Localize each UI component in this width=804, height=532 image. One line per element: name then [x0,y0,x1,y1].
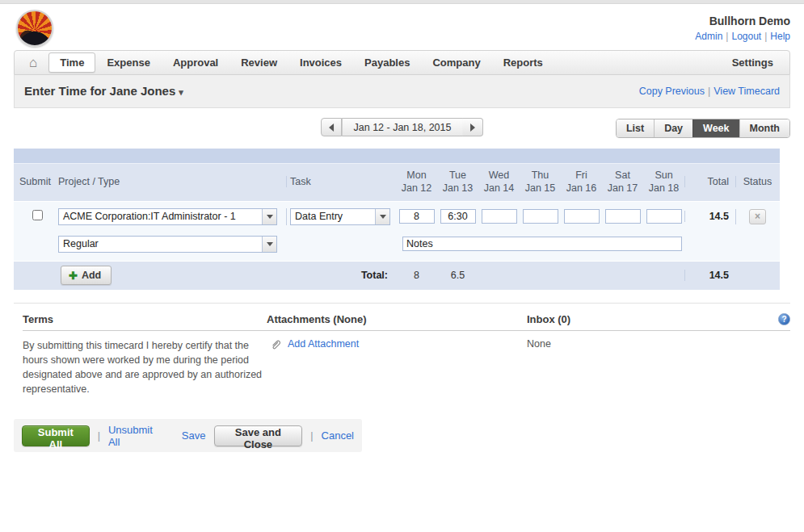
row-total: 14.5 [684,211,735,222]
day-total [643,269,684,282]
view-list-button[interactable]: List [617,119,654,137]
unsubmit-all-link[interactable]: Unsubmit All [108,424,159,448]
rate-type-select-value: Regular [59,238,262,249]
home-icon[interactable]: ⌂ [29,56,37,69]
submit-all-button[interactable]: Submit All [22,425,90,446]
day-total [561,269,602,282]
view-switcher: List Day Week Month [616,119,790,138]
day-headers: MonJan 12 TueJan 13 WedJan 14 ThuJan 15 … [396,169,684,195]
tab-reports[interactable]: Reports [492,52,554,73]
project-select[interactable]: ACME Corporation:IT Administrator - 1 [58,208,277,225]
day-header: WedJan 14 [478,169,520,195]
help-icon[interactable]: ? [778,313,790,325]
tab-payables[interactable]: Payables [353,52,421,73]
timesheet-table: Submit Project / Type Task MonJan 12 Tue… [14,149,780,290]
hours-input-sat[interactable] [605,209,641,224]
day-total [602,269,643,282]
dropdown-arrow-icon [262,209,276,224]
view-month-button[interactable]: Month [739,119,789,137]
logout-link[interactable]: Logout [731,31,761,42]
tab-invoices[interactable]: Invoices [288,52,353,73]
rate-type-select[interactable]: Regular [58,236,277,253]
date-navigator: Jan 12 - Jan 18, 2015 [321,118,484,136]
col-header-total: Total [684,176,735,187]
totals-label: Total: [112,270,396,281]
day-header: ThuJan 15 [520,169,561,195]
header-links: Admin|Logout|Help [695,31,790,42]
settings-button[interactable]: Settings [724,53,781,72]
add-row-button[interactable]: ✚Add [61,266,112,285]
col-header-status: Status [735,176,780,187]
view-week-button[interactable]: Week [692,119,739,137]
copy-previous-link[interactable]: Copy Previous [639,86,705,97]
hours-input-tue[interactable] [440,209,476,224]
day-header: MonJan 12 [396,169,437,195]
footer-actions: Submit All | Unsubmit All Save Save and … [14,419,362,452]
view-day-button[interactable]: Day [654,119,692,137]
admin-link[interactable]: Admin [695,31,722,42]
delete-row-button[interactable]: × [749,209,766,224]
link-separator: | [708,86,710,97]
app-header: Bullhorn Demo Admin|Logout|Help [0,4,804,50]
project-select-value: ACME Corporation:IT Administrator - 1 [59,211,262,222]
save-and-close-button[interactable]: Save and Close [214,425,303,446]
hours-input-fri[interactable] [564,209,600,224]
add-row-label: Add [82,270,101,281]
day-header: FriJan 16 [561,169,602,195]
view-timecard-link[interactable]: View Timecard [713,86,780,97]
col-header-task: Task [286,176,396,187]
hours-input-sun[interactable] [646,209,682,224]
terms-text: By submitting this timecard I hereby cer… [23,338,265,397]
page-title-prefix: Enter Time for [24,84,106,98]
help-link[interactable]: Help [770,31,790,42]
tab-approval[interactable]: Approval [162,52,229,73]
save-link[interactable]: Save [182,429,206,442]
day-total: 6.5 [437,269,478,282]
attachments-panel: Attachments (None) Add Attachment [267,313,527,397]
person-selector[interactable]: Jane Jones▾ [110,84,183,98]
main-nav: ⌂ Time Expense Approval Review Invoices … [14,50,790,75]
task-select[interactable]: Data Entry [290,208,390,225]
tab-time[interactable]: Time [48,52,95,73]
tab-expense[interactable]: Expense [95,52,161,73]
terms-panel: Terms By submitting this timecard I here… [14,313,267,397]
tab-review[interactable]: Review [229,52,288,73]
person-name: Jane Jones [110,84,176,98]
inbox-panel: Inbox (0)? None [527,313,790,397]
account-name: Bullhorn Demo [695,15,790,27]
hours-input-thu[interactable] [523,209,558,224]
submit-row-checkbox[interactable] [32,210,43,220]
company-logo [16,10,53,47]
link-separator: | [764,31,767,42]
notes-input[interactable] [402,237,682,251]
hours-input-mon[interactable] [399,209,435,224]
date-range-label[interactable]: Jan 12 - Jan 18, 2015 [342,118,463,136]
prev-week-button[interactable] [321,118,342,136]
inbox-empty-text: None [527,338,790,350]
attachments-heading: Attachments (None) [267,313,527,330]
next-week-button[interactable] [462,118,483,136]
dropdown-arrow-icon [375,209,389,224]
hours-input-wed[interactable] [482,209,517,224]
col-header-submit: Submit [14,176,56,187]
day-header: SatJan 17 [602,169,643,195]
table-header-row: Submit Project / Type Task MonJan 12 Tue… [14,163,780,201]
grand-total: 14.5 [684,270,735,281]
terms-heading: Terms [23,313,267,330]
tab-company[interactable]: Company [421,52,491,73]
title-band: Enter Time for Jane Jones▾ Copy Previous… [14,75,790,108]
add-attachment-link[interactable]: Add Attachment [288,338,359,350]
link-separator: | [726,31,728,42]
day-header: SunJan 18 [643,169,684,195]
day-total [520,269,561,282]
day-totals: 8 6.5 [396,269,684,282]
task-select-value: Data Entry [291,211,375,222]
table-cap-band [14,149,780,163]
page-title: Enter Time for Jane Jones▾ [24,84,183,98]
plus-icon: ✚ [69,270,78,282]
arrow-right-icon [470,124,475,132]
lower-section: Terms By submitting this timecard I here… [14,303,790,397]
inbox-heading: Inbox (0) [527,313,570,325]
cancel-link[interactable]: Cancel [322,429,354,442]
dropdown-arrow-icon [262,237,276,252]
